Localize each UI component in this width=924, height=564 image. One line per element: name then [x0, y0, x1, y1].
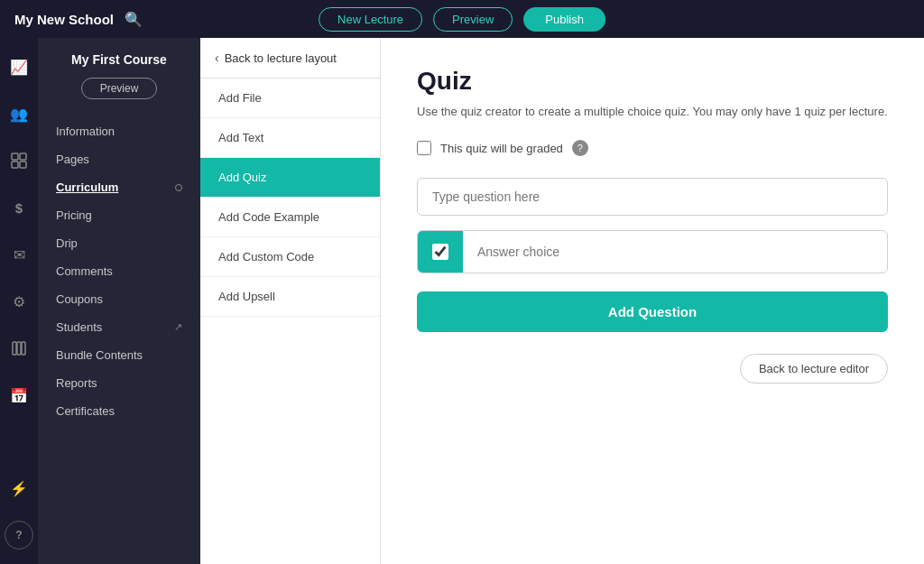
graded-checkbox[interactable]	[417, 141, 431, 155]
calendar-icon[interactable]: 📅	[5, 381, 33, 410]
graded-row: This quiz will be graded ?	[417, 140, 888, 156]
add-question-button[interactable]: Add Question	[417, 291, 888, 332]
curriculum-dot	[175, 184, 182, 191]
sidebar-item-comments[interactable]: Comments	[38, 257, 200, 285]
answer-row	[417, 230, 888, 273]
question-input[interactable]	[417, 178, 888, 216]
users-icon[interactable]: 👥	[5, 99, 33, 128]
back-to-editor-wrap: Back to lecture editor	[417, 354, 888, 384]
add-file-item[interactable]: Add File	[200, 79, 380, 118]
sidebar-item-pricing[interactable]: Pricing	[38, 201, 200, 229]
sidebar-item-reports[interactable]: Reports	[38, 369, 200, 397]
svg-rect-4	[13, 342, 16, 355]
svg-rect-1	[20, 153, 26, 160]
icon-sidebar: 📈 👥 $ ✉ ⚙ 📅 ⚡ ?	[0, 38, 38, 564]
quiz-description: Use the quiz creator to create a multipl…	[417, 105, 888, 118]
preview-button[interactable]: Preview	[433, 7, 513, 32]
new-lecture-button[interactable]: New Lecture	[319, 7, 422, 32]
svg-rect-3	[20, 162, 26, 168]
main-layout: 📈 👥 $ ✉ ⚙ 📅 ⚡ ? My First Course	[0, 38, 924, 564]
back-arrow-icon: ‹	[215, 51, 219, 65]
analytics-icon[interactable]: 📈	[5, 52, 33, 81]
course-title: My First Course	[38, 52, 200, 78]
sidebar-item-students[interactable]: Students ↗	[38, 313, 200, 341]
main-content: Quiz Use the quiz creator to create a mu…	[381, 38, 924, 564]
mail-icon[interactable]: ✉	[5, 240, 33, 269]
back-to-editor-button[interactable]: Back to lecture editor	[740, 354, 888, 384]
lightning-icon[interactable]: ⚡	[5, 474, 33, 503]
sidebar-item-certificates[interactable]: Certificates	[38, 397, 200, 425]
svg-rect-5	[17, 342, 21, 355]
sidebar-item-information[interactable]: Information	[38, 117, 200, 145]
header-left: My New School 🔍	[14, 11, 143, 28]
top-header: My New School 🔍 New Lecture Preview Publ…	[0, 0, 924, 38]
add-quiz-item[interactable]: Add Quiz	[200, 158, 380, 198]
svg-rect-2	[12, 162, 18, 168]
sidebar-item-coupons[interactable]: Coupons	[38, 285, 200, 313]
sidebar-item-drip[interactable]: Drip	[38, 229, 200, 257]
add-custom-code-item[interactable]: Add Custom Code	[200, 237, 380, 277]
sidebar-item-pages[interactable]: Pages	[38, 145, 200, 173]
publish-button[interactable]: Publish	[523, 7, 605, 32]
school-name: My New School	[14, 12, 114, 27]
svg-rect-6	[22, 342, 25, 355]
header-center: New Lecture Preview Publish	[319, 7, 605, 32]
quiz-title: Quiz	[417, 67, 888, 96]
library-icon[interactable]	[5, 334, 33, 363]
graded-label: This quiz will be graded	[440, 142, 563, 155]
left-nav: My First Course Preview Information Page…	[38, 38, 200, 564]
preview-btn-wrap: Preview	[38, 78, 200, 99]
sidebar-item-bundle-contents[interactable]: Bundle Contents	[38, 341, 200, 369]
back-to-lecture-layout[interactable]: ‹ Back to lecture layout	[200, 38, 380, 79]
search-icon[interactable]: 🔍	[125, 11, 143, 28]
answer-checkbox-wrap	[418, 231, 463, 273]
layout-icon[interactable]	[5, 146, 33, 175]
sidebar-item-curriculum[interactable]: Curriculum	[38, 173, 200, 201]
external-link-icon: ↗	[174, 321, 182, 333]
help-circle-icon[interactable]: ?	[5, 521, 33, 550]
settings-icon[interactable]: ⚙	[5, 287, 33, 316]
svg-rect-0	[12, 153, 18, 160]
add-code-example-item[interactable]: Add Code Example	[200, 198, 380, 237]
add-text-item[interactable]: Add Text	[200, 118, 380, 158]
answer-input[interactable]	[463, 234, 887, 270]
course-preview-button[interactable]: Preview	[81, 78, 158, 99]
dollar-icon[interactable]: $	[5, 193, 33, 222]
help-icon[interactable]: ?	[572, 140, 588, 156]
lecture-panel: ‹ Back to lecture layout Add File Add Te…	[200, 38, 381, 564]
add-upsell-item[interactable]: Add Upsell	[200, 277, 380, 317]
answer-checkbox[interactable]	[432, 244, 448, 260]
